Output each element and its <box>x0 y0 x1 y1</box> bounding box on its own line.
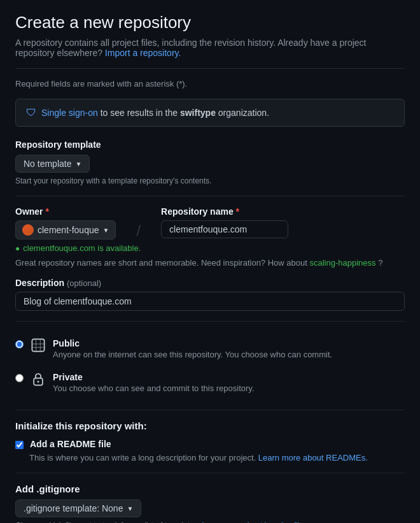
description-section: Description (optional) <box>15 278 405 311</box>
gitignore-dropdown[interactable]: .gitignore template: None ▼ <box>15 499 141 517</box>
check-circle-icon: ● <box>15 244 20 253</box>
repo-name-input[interactable] <box>161 220 288 238</box>
inspiration-link[interactable]: scaling-happiness <box>309 258 375 268</box>
private-option: Private You choose who can see and commi… <box>15 366 405 399</box>
sso-banner: 🛡 Single sign-on to see results in the s… <box>15 99 405 127</box>
svg-rect-0 <box>32 339 44 351</box>
template-label: Repository template <box>15 140 405 150</box>
chevron-down-icon: ▼ <box>75 161 81 168</box>
owner-field: Owner * clement-fouque ▼ <box>15 206 116 240</box>
description-divider <box>15 321 405 322</box>
sso-icon: 🛡 <box>26 107 36 118</box>
chevron-down-icon: ▼ <box>127 505 133 512</box>
readme-checkbox[interactable] <box>15 441 24 449</box>
slash-divider: / <box>136 206 141 240</box>
gitignore-title: Add .gitignore <box>15 484 405 494</box>
required-note: Required fields are marked with an aster… <box>15 79 405 89</box>
page-title: Create a new repository <box>15 13 405 32</box>
initialize-title: Initialize this repository with: <box>15 420 405 431</box>
template-divider <box>15 196 405 196</box>
readme-desc: This is where you can write a long descr… <box>15 453 405 462</box>
svg-rect-1 <box>36 339 36 351</box>
svg-rect-2 <box>40 339 41 351</box>
svg-point-6 <box>38 381 39 383</box>
initialize-section: Initialize this repository with: Add a R… <box>15 410 405 462</box>
readme-label: Add a README file <box>30 439 111 449</box>
description-input[interactable] <box>15 292 405 311</box>
private-radio[interactable] <box>15 374 24 382</box>
lock-icon <box>31 372 45 389</box>
template-hint: Start your repository with a template re… <box>15 176 405 185</box>
private-title: Private <box>53 372 405 382</box>
svg-rect-3 <box>32 343 44 344</box>
gitignore-section: Add .gitignore .gitignore template: None… <box>15 473 405 523</box>
header-divider <box>15 68 405 69</box>
template-dropdown[interactable]: No template ▼ <box>15 155 90 173</box>
availability-message: ● clementfouque.com is available. <box>15 243 405 253</box>
public-radio[interactable] <box>15 340 24 348</box>
readme-learn-link[interactable]: Learn more about READMEs. <box>258 453 368 462</box>
avatar <box>22 224 34 236</box>
page-subtitle: A repository contains all project files,… <box>15 38 405 58</box>
owner-repo-section: Owner * clement-fouque ▼ / Repository na… <box>15 206 405 240</box>
visibility-section: Public Anyone on the internet can see th… <box>15 332 405 399</box>
import-link[interactable]: Import a repository. <box>105 48 181 58</box>
template-section: Repository template No template ▼ Start … <box>15 140 405 185</box>
svg-rect-4 <box>32 347 44 348</box>
repo-name-field: Repository name * <box>161 206 288 238</box>
globe-icon <box>31 338 45 355</box>
inspiration-text: Great repository names are short and mem… <box>15 258 405 268</box>
owner-dropdown[interactable]: clement-fouque ▼ <box>15 220 116 240</box>
chevron-down-icon: ▼ <box>103 227 109 234</box>
public-option: Public Anyone on the internet can see th… <box>15 332 405 366</box>
public-desc: Anyone on the internet can see this repo… <box>53 350 405 359</box>
public-title: Public <box>53 338 405 348</box>
readme-row: Add a README file <box>15 439 405 449</box>
private-desc: You choose who can see and commit to thi… <box>53 383 405 393</box>
sso-link[interactable]: Single sign-on <box>41 108 98 118</box>
